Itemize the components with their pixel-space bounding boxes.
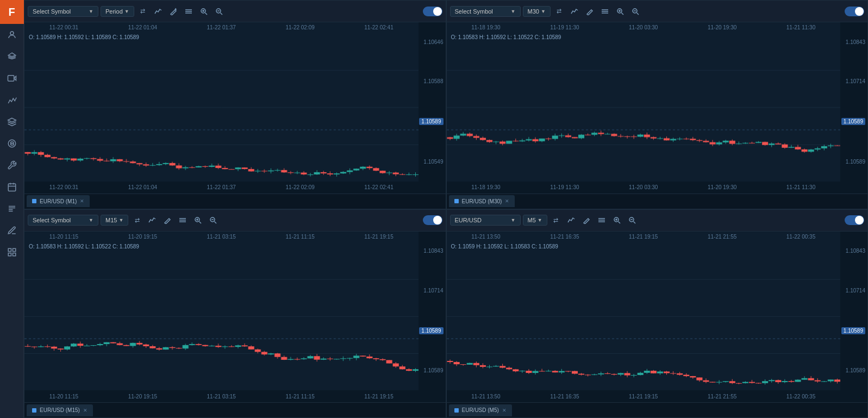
sidebar-item-tools[interactable] — [0, 154, 24, 176]
toggle-bottom-left[interactable] — [423, 215, 442, 225]
svg-line-40 — [215, 222, 217, 224]
sidebar-item-calendar[interactable] — [0, 176, 24, 198]
period-button-bottom-right[interactable]: M5 ▼ — [523, 215, 547, 226]
zoom-in-icon-bottom-left[interactable] — [191, 214, 204, 227]
toggle-knob-bottom-right — [855, 216, 864, 224]
timestamps-bottom-left: 11-20 11:15 11-20 19:15 11-21 03:15 11-2… — [24, 234, 419, 240]
svg-line-30 — [636, 13, 639, 15]
svg-rect-10 — [8, 253, 11, 256]
chart-type-icon-bottom-left[interactable] — [146, 214, 159, 227]
chart-tab-top-right[interactable]: EUR/USD (M30) ✕ — [449, 195, 515, 207]
zoom-out-icon-top-right[interactable] — [629, 5, 642, 18]
toggle-top-right[interactable] — [845, 7, 864, 16]
sidebar-item-education[interactable] — [0, 111, 24, 133]
toggle-bottom-right[interactable] — [845, 215, 864, 225]
chart-area-top-right: 11-18 19:30 11-19 11:30 11-20 03:30 11-2… — [447, 22, 868, 182]
indicators-icon-top-left[interactable] — [182, 5, 195, 18]
price-axis-bottom-left: 1.10843 1.10714 1.10589 1.10589 — [419, 232, 446, 391]
zoom-in-icon-top-left[interactable] — [197, 5, 210, 18]
symbol-select-bottom-right[interactable]: EUR/USD ▼ — [450, 215, 521, 226]
zoom-out-icon-bottom-left[interactable] — [207, 214, 220, 227]
symbol-select-top-right[interactable]: Select Symbol ▼ — [450, 6, 521, 17]
tab-close-top-right[interactable]: ✕ — [505, 198, 509, 204]
logo[interactable]: F — [0, 0, 24, 24]
tab-close-top-left[interactable]: ✕ — [80, 198, 84, 204]
timestamps-top-right: 11-18 19:30 11-19 11:30 11-20 03:30 11-2… — [447, 24, 841, 30]
draw-icon-top-left[interactable] — [167, 5, 180, 18]
svg-line-36 — [199, 222, 202, 224]
chart-type-icon-top-left[interactable] — [152, 5, 165, 18]
sidebar-item-chart[interactable] — [0, 89, 24, 111]
draw-icon-bottom-left[interactable] — [161, 214, 174, 227]
toggle-knob-top-right — [855, 7, 864, 16]
candlestick-chart-top-right — [447, 33, 841, 182]
chart-area-bottom-right: 11-21 13:50 11-21 16:35 11-21 19:15 11-2… — [447, 232, 868, 391]
svg-rect-9 — [13, 248, 15, 251]
sidebar-item-crypto[interactable] — [0, 133, 24, 154]
sidebar-item-balance[interactable] — [0, 46, 24, 67]
timestamps-top-left: 11-22 00:31 11-22 01:04 11-22 01:37 11-2… — [24, 24, 419, 30]
swap-icon-bottom-left[interactable]: ⇄ — [130, 214, 143, 227]
symbol-select-bottom-left[interactable]: Select Symbol ▼ — [28, 215, 98, 226]
draw-icon-top-right[interactable] — [583, 5, 596, 18]
svg-rect-11 — [13, 253, 15, 256]
tab-bar-top-left: EUR/USD (M1) ✕ — [24, 194, 446, 209]
chart-tab-bottom-left[interactable]: EUR/USD (M15) ✕ — [27, 404, 93, 416]
chart-panel-top-right: Select Symbol ▼ M30 ▼ ⇄ — [446, 0, 869, 209]
swap-icon-bottom-right[interactable]: ⇄ — [549, 214, 563, 227]
zoom-in-icon-top-right[interactable] — [614, 5, 627, 18]
price-axis-top-right: 1.10843 1.10714 1.10589 1.10589 — [840, 22, 867, 182]
sidebar-item-video[interactable] — [0, 67, 24, 89]
symbol-select-top-left[interactable]: Select Symbol ▼ — [28, 6, 98, 17]
tab-close-bottom-left[interactable]: ✕ — [83, 408, 88, 413]
draw-icon-bottom-right[interactable] — [580, 214, 593, 227]
chart-panel-top-left: Select Symbol ▼ Period ▼ ⇄ — [24, 0, 446, 209]
period-button-top-right[interactable]: M30 ▼ — [523, 6, 551, 17]
indicators-icon-bottom-right[interactable] — [595, 214, 608, 227]
chart-type-icon-top-right[interactable] — [568, 5, 581, 18]
period-button-bottom-left[interactable]: M15 ▼ — [101, 215, 128, 226]
tab-close-bottom-right[interactable]: ✕ — [502, 408, 507, 413]
period-button-top-left[interactable]: Period ▼ — [101, 6, 134, 17]
toolbar-top-left: Select Symbol ▼ Period ▼ ⇄ — [24, 1, 446, 22]
symbol-dropdown-arrow-bl: ▼ — [89, 217, 93, 223]
chart-tab-bottom-right[interactable]: EUR/USD (M5) ✕ — [449, 404, 512, 416]
sidebar-item-user[interactable] — [0, 24, 24, 46]
tab-bar-bottom-left: EUR/USD (M15) ✕ — [24, 402, 446, 417]
indicators-icon-bottom-left[interactable] — [176, 214, 189, 227]
period-arrow-tr: ▼ — [541, 9, 546, 14]
toolbar-top-right: Select Symbol ▼ M30 ▼ ⇄ — [447, 1, 868, 22]
toggle-knob-top-left — [433, 7, 442, 16]
zoom-in-icon-bottom-right[interactable] — [610, 214, 623, 227]
current-price-bottom-left: 1.10589 — [419, 327, 443, 334]
price-axis-top-left: 1.10646 1.10588 1.10589 1.10549 — [419, 22, 446, 182]
indicators-icon-top-right[interactable] — [598, 5, 611, 18]
svg-line-50 — [633, 222, 635, 224]
tab-icon-top-left — [32, 199, 36, 203]
price-axis-bottom-right: 1.10843 1.10714 1.10589 1.10589 — [840, 232, 867, 391]
bottom-axis-top-right: 11-18 19:30 11-19 11:30 11-20 03:30 11-2… — [447, 182, 868, 194]
chart-tab-top-left[interactable]: EUR/USD (M1) ✕ — [27, 195, 90, 207]
candlestick-chart-bottom-right — [447, 242, 841, 391]
tab-bar-bottom-right: EUR/USD (M5) ✕ — [447, 402, 868, 417]
swap-icon-top-left[interactable]: ⇄ — [136, 5, 149, 18]
tab-bar-top-right: EUR/USD (M30) ✕ — [447, 194, 868, 209]
sidebar-item-news[interactable] — [0, 198, 24, 220]
period-arrow: ▼ — [124, 9, 129, 14]
svg-line-16 — [205, 13, 207, 15]
period-arrow-bl: ▼ — [118, 217, 123, 223]
toolbar-bottom-left: Select Symbol ▼ M15 ▼ ⇄ — [24, 210, 446, 232]
swap-icon-top-right[interactable]: ⇄ — [553, 5, 566, 18]
sidebar-item-draw[interactable] — [0, 220, 24, 241]
toggle-top-left[interactable] — [423, 7, 442, 16]
sidebar: F — [0, 0, 24, 418]
chart-type-icon-bottom-right[interactable] — [565, 214, 578, 227]
zoom-out-icon-top-left[interactable] — [213, 5, 226, 18]
current-price-bottom-right: 1.10589 — [841, 327, 865, 334]
sidebar-item-grid[interactable] — [0, 241, 24, 263]
svg-line-26 — [621, 13, 623, 15]
zoom-out-icon-bottom-right[interactable] — [626, 214, 639, 227]
symbol-dropdown-arrow: ▼ — [89, 9, 93, 14]
tab-icon-top-right — [454, 199, 459, 203]
current-price-top-right: 1.10589 — [841, 118, 865, 125]
